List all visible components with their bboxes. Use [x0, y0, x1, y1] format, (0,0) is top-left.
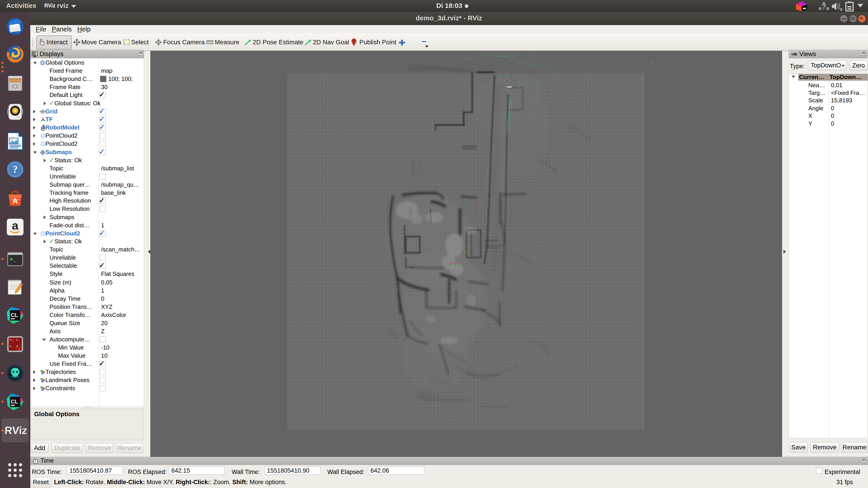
svg-text:>_: >_ [9, 256, 17, 263]
svg-text:?: ? [822, 2, 827, 11]
svg-text:a: a [12, 219, 19, 232]
svg-text:CL: CL [11, 312, 18, 318]
svg-text:>_: >_ [9, 338, 13, 341]
svg-text:>_: >_ [16, 345, 20, 348]
svg-text:x: x [840, 6, 842, 11]
svg-text:?: ? [13, 164, 18, 175]
svg-text:RViz: RViz [4, 424, 27, 436]
svg-text:>_: >_ [9, 345, 13, 348]
svg-text:>_: >_ [16, 338, 20, 341]
svg-text:CL: CL [11, 398, 18, 404]
svg-text:A: A [12, 197, 18, 205]
